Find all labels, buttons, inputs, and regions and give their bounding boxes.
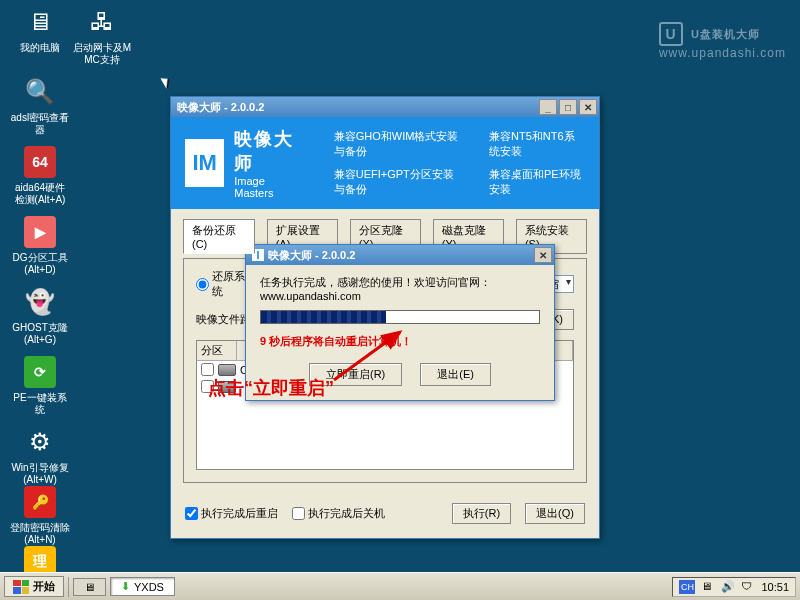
- desktop-icon-label: DG分区工具(Alt+D): [10, 252, 70, 276]
- watermark-logo-icon: U: [659, 22, 683, 46]
- desktop-icon-image: ⟳: [24, 356, 56, 388]
- app-name-en: Image Masters: [234, 175, 299, 199]
- feature-tag: 兼容桌面和PE环境安装: [489, 167, 585, 197]
- watermark: UU盘装机大师 www.upandashi.com: [659, 22, 786, 60]
- windows-logo-icon: [13, 580, 29, 594]
- maximize-button[interactable]: □: [559, 99, 577, 115]
- main-titlebar[interactable]: 映像大师 - 2.0.0.2 _ □ ✕: [171, 97, 599, 117]
- desktop-icon-image: 🖥: [24, 6, 56, 38]
- desktop-icon-image: 🔍: [24, 76, 56, 108]
- desktop-icon[interactable]: ▶DG分区工具(Alt+D): [10, 216, 70, 276]
- feature-tag: 兼容GHO和WIM格式安装与备份: [334, 129, 463, 159]
- desktop-icon-label: 登陆密码清除(Alt+N): [10, 522, 70, 546]
- desktop-icon-image: 🔑: [24, 486, 56, 518]
- taskbar-app-yxds[interactable]: ⬇YXDS: [110, 577, 175, 596]
- cursor-icon: [160, 75, 171, 88]
- tray-shield-icon[interactable]: 🛡: [741, 580, 755, 594]
- dialog-message: 任务执行完成，感谢您的使用！欢迎访问官网：www.upandashi.com: [260, 275, 540, 302]
- progress-bar: [260, 310, 540, 324]
- app-logo-icon: IM: [185, 139, 224, 187]
- desktop-icon-label: 启动网卡及MMC支持: [72, 42, 132, 66]
- minimize-button[interactable]: _: [539, 99, 557, 115]
- language-indicator[interactable]: CH: [679, 580, 695, 594]
- countdown-text: 9 秒后程序将自动重启计算机！: [260, 334, 540, 349]
- dialog-exit-button[interactable]: 退出(E): [420, 363, 491, 386]
- run-button[interactable]: 执行(R): [452, 503, 511, 524]
- dialog-titlebar[interactable]: I 映像大师 - 2.0.0.2 ✕: [246, 245, 554, 265]
- tray-desktop-icon[interactable]: 🖥: [701, 580, 715, 594]
- dialog-close-button[interactable]: ✕: [534, 247, 552, 263]
- desktop-icon-image: 64: [24, 146, 56, 178]
- feature-tag: 兼容UEFI+GPT分区安装与备份: [334, 167, 463, 197]
- desktop-icon[interactable]: ⚙Win引导修复(Alt+W): [10, 426, 70, 486]
- desktop-icon[interactable]: ⟳PE一键装系统: [10, 356, 70, 416]
- desktop-icon[interactable]: 👻GHOST克隆(Alt+G): [10, 286, 70, 346]
- desktop-icon[interactable]: 🖧启动网卡及MMC支持: [72, 6, 132, 66]
- app-name-cn: 映像大师: [234, 127, 299, 175]
- feature-tag: 兼容NT5和NT6系统安装: [489, 129, 585, 159]
- radio-restore[interactable]: 还原系统: [196, 269, 251, 299]
- taskbar: 开始 🖥 ⬇YXDS CH 🖥 🔊 🛡 10:51: [0, 572, 800, 600]
- desktop-icon-label: GHOST克隆(Alt+G): [10, 322, 70, 346]
- tab-0[interactable]: 备份还原(C): [183, 219, 255, 254]
- desktop-icon-label: PE一键装系统: [10, 392, 70, 416]
- start-button[interactable]: 开始: [4, 576, 64, 597]
- close-button[interactable]: ✕: [579, 99, 597, 115]
- exit-button[interactable]: 退出(Q): [525, 503, 585, 524]
- annotation-text: 点击“立即重启”: [208, 376, 334, 400]
- desktop-icon-image: 🖧: [86, 6, 118, 38]
- desktop-icon[interactable]: 🔑登陆密码清除(Alt+N): [10, 486, 70, 546]
- desktop-icon-image: ⚙: [24, 426, 56, 458]
- tray-volume-icon[interactable]: 🔊: [721, 580, 735, 594]
- main-title: 映像大师 - 2.0.0.2: [177, 100, 537, 115]
- clock[interactable]: 10:51: [761, 581, 789, 593]
- desktop-icon[interactable]: 64aida64硬件检测(Alt+A): [10, 146, 70, 206]
- desktop-icon-label: 我的电脑: [10, 42, 70, 54]
- desktop-icon-image: ▶: [24, 216, 56, 248]
- drive-icon: [218, 364, 236, 376]
- desktop-icon-label: Win引导修复(Alt+W): [10, 462, 70, 486]
- bottom-bar: 执行完成后重启 执行完成后关机 执行(R) 退出(Q): [171, 493, 599, 538]
- desktop-icon[interactable]: 🖥我的电脑: [10, 6, 70, 54]
- quick-launch-icon[interactable]: 🖥: [73, 578, 106, 596]
- desktop-icon[interactable]: 🔍adsl密码查看器: [10, 76, 70, 136]
- system-tray[interactable]: CH 🖥 🔊 🛡 10:51: [672, 577, 796, 597]
- header-banner: IM 映像大师 Image Masters 兼容GHO和WIM格式安装与备份兼容…: [171, 117, 599, 209]
- desktop-icon-image: 👻: [24, 286, 56, 318]
- desktop-icon-label: adsl密码查看器: [10, 112, 70, 136]
- chk-shutdown[interactable]: 执行完成后关机: [292, 506, 385, 521]
- desktop-icon-label: aida64硬件检测(Alt+A): [10, 182, 70, 206]
- chk-reboot[interactable]: 执行完成后重启: [185, 506, 278, 521]
